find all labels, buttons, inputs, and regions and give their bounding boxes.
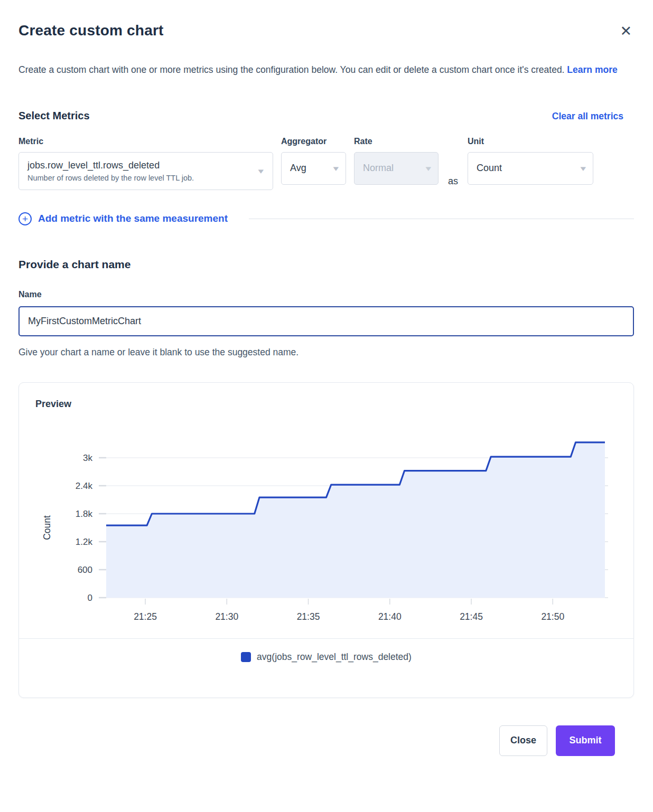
- metric-config-row: Metric jobs.row_level_ttl.rows_deleted N…: [18, 137, 634, 190]
- svg-text:3k: 3k: [83, 453, 92, 463]
- legend-label: avg(jobs_row_level_ttl_rows_deleted): [257, 652, 412, 663]
- unit-select[interactable]: Count ▾: [468, 152, 593, 185]
- select-metrics-title: Select Metrics: [18, 110, 90, 122]
- chevron-down-icon: ▾: [333, 164, 339, 173]
- create-custom-chart-modal: Create custom chart ✕ Create a custom ch…: [0, 0, 653, 756]
- aggregator-select-value: Avg: [290, 163, 306, 174]
- divider: [249, 219, 634, 219]
- chevron-down-icon: ▾: [426, 164, 432, 173]
- metric-select[interactable]: jobs.row_level_ttl.rows_deleted Number o…: [18, 152, 273, 190]
- svg-text:Count: Count: [42, 515, 52, 540]
- svg-text:21:30: 21:30: [215, 611, 238, 622]
- svg-text:21:35: 21:35: [297, 611, 320, 622]
- svg-text:0: 0: [88, 593, 92, 603]
- modal-header: Create custom chart ✕: [18, 22, 634, 40]
- add-metric-button[interactable]: + Add metric with the same measurement: [18, 212, 228, 225]
- unit-field: Unit Count ▾: [468, 137, 593, 185]
- svg-text:21:25: 21:25: [134, 611, 157, 622]
- unit-select-value: Count: [477, 163, 502, 174]
- svg-text:21:45: 21:45: [460, 611, 483, 622]
- modal-title: Create custom chart: [18, 22, 164, 39]
- name-helper-text: Give your chart a name or leave it blank…: [18, 347, 634, 358]
- chart-wrap: 06001.2k1.8k2.4k3k21:2521:3021:3521:4021…: [35, 423, 617, 629]
- preview-title: Preview: [35, 399, 617, 410]
- modal-footer: Close Submit: [18, 725, 634, 756]
- as-connector-label: as: [448, 176, 458, 187]
- svg-text:21:40: 21:40: [378, 611, 402, 622]
- rate-label: Rate: [354, 137, 439, 146]
- metric-select-description: Number of rows deleted by the row level …: [27, 174, 194, 182]
- chart-name-heading: Provide a chart name: [18, 258, 634, 271]
- clear-all-metrics-link[interactable]: Clear all metrics: [552, 111, 623, 122]
- svg-text:2.4k: 2.4k: [76, 481, 93, 491]
- learn-more-link[interactable]: Learn more: [567, 64, 617, 75]
- aggregator-select[interactable]: Avg ▾: [281, 152, 346, 185]
- add-metric-row: + Add metric with the same measurement: [18, 212, 634, 225]
- aggregator-label: Aggregator: [281, 137, 346, 146]
- rate-select: Normal ▾: [354, 152, 439, 185]
- submit-button[interactable]: Submit: [556, 725, 615, 756]
- chevron-down-icon: ▾: [581, 164, 586, 173]
- select-metrics-header: Select Metrics Clear all metrics: [18, 110, 634, 122]
- metric-select-texts: jobs.row_level_ttl.rows_deleted Number o…: [27, 159, 194, 182]
- close-button[interactable]: Close: [499, 725, 547, 756]
- unit-label: Unit: [468, 137, 593, 146]
- modal-description: Create a custom chart with one or more m…: [18, 60, 626, 80]
- preview-card: Preview 06001.2k1.8k2.4k3k21:2521:3021:3…: [18, 382, 634, 698]
- aggregator-field: Aggregator Avg ▾: [281, 137, 346, 185]
- svg-text:1.2k: 1.2k: [76, 537, 93, 547]
- svg-text:600: 600: [78, 565, 92, 575]
- add-metric-label: Add metric with the same measurement: [38, 213, 228, 224]
- chevron-down-icon: ▾: [258, 166, 264, 176]
- modal-description-text: Create a custom chart with one or more m…: [18, 64, 564, 75]
- rate-field: Rate Normal ▾: [354, 137, 439, 185]
- svg-text:21:50: 21:50: [541, 611, 564, 622]
- chart-legend: avg(jobs_row_level_ttl_rows_deleted): [35, 639, 617, 676]
- legend-swatch: [241, 652, 251, 662]
- name-label: Name: [18, 290, 634, 299]
- rate-select-value: Normal: [363, 163, 394, 174]
- close-icon[interactable]: ✕: [618, 23, 634, 40]
- plus-circle-icon: +: [18, 212, 32, 225]
- metric-label: Metric: [18, 137, 273, 146]
- metric-select-value: jobs.row_level_ttl.rows_deleted: [27, 159, 194, 172]
- svg-text:1.8k: 1.8k: [76, 509, 93, 519]
- chart-name-input[interactable]: [18, 306, 634, 336]
- preview-chart: 06001.2k1.8k2.4k3k21:2521:3021:3521:4021…: [35, 423, 618, 627]
- metric-field: Metric jobs.row_level_ttl.rows_deleted N…: [18, 137, 273, 190]
